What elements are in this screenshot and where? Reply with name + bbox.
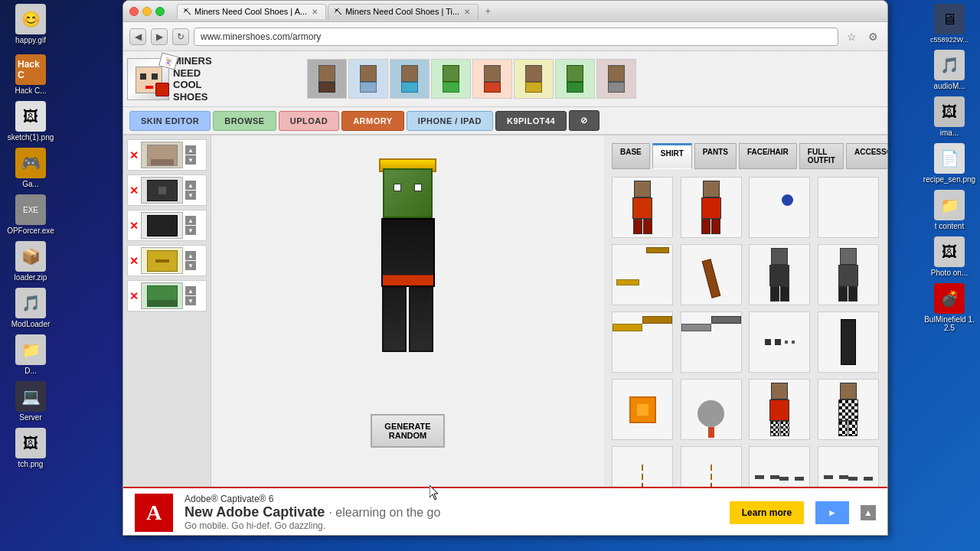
desktop-icon-folder[interactable]: 📁 D... — [4, 334, 57, 375]
gallery-item-9[interactable] — [612, 311, 673, 373]
gallery-item-12[interactable] — [818, 311, 879, 373]
user-button[interactable]: K9PILOT44 — [495, 111, 567, 131]
tab-shirt[interactable]: SHIRT — [652, 143, 692, 169]
skin-arrow-down-5[interactable]: ▼ — [185, 296, 196, 305]
skin-item-5[interactable]: ✕ ▲ ▼ — [127, 280, 207, 311]
skin-delete-5[interactable]: ✕ — [129, 290, 139, 302]
desktop-icon-photo[interactable]: 🖼 Photo on... — [923, 236, 976, 277]
gallery-item-4[interactable] — [818, 177, 879, 238]
skin-item-3[interactable]: ✕ ▲ ▼ — [127, 210, 207, 241]
iphone-button[interactable]: IPHONE / IPAD — [407, 111, 493, 131]
settings-icon[interactable]: ⚙ — [864, 28, 881, 45]
minimize-button[interactable] — [142, 7, 152, 16]
gallery-item-16[interactable] — [818, 379, 879, 440]
skin-delete-4[interactable]: ✕ — [129, 255, 139, 267]
gallery-item-13[interactable] — [612, 379, 673, 440]
logo-line4: SHOES — [173, 91, 208, 103]
desktop-icon-server[interactable]: 💻 Server — [4, 381, 57, 422]
tab-1[interactable]: ⛏ Miners Need Cool Shoes | A... ✕ — [177, 4, 326, 19]
browse-button[interactable]: BROWSE — [213, 111, 276, 131]
desktop-icon-happy[interactable]: 😊 happy.gif — [4, 4, 57, 44]
char-preview-5[interactable] — [472, 59, 512, 99]
skin-editor-button[interactable]: SKIN EDITOR — [129, 111, 211, 131]
tab-accessory[interactable]: ACCESSORY — [846, 143, 887, 169]
skin-delete-2[interactable]: ✕ — [129, 184, 139, 197]
close-button[interactable] — [129, 7, 139, 16]
skin-arrow-up-2[interactable]: ▲ — [185, 181, 196, 190]
cube-mouth — [145, 86, 153, 89]
generate-random-button[interactable]: GENERATERANDOM — [371, 414, 444, 448]
nav-bar: ◀ ▶ ↻ ☆ ⚙ — [123, 22, 887, 51]
gallery-grid — [612, 177, 880, 507]
back-button[interactable]: ◀ — [129, 28, 146, 45]
skin-arrow-down-4[interactable]: ▼ — [185, 261, 196, 270]
desktop-icon-minefield[interactable]: 💣 BulMinefield 1.2.5 — [923, 283, 976, 332]
skin-arrow-down-1[interactable]: ▼ — [185, 155, 196, 165]
gallery-item-1[interactable] — [612, 177, 673, 238]
char-preview-6[interactable] — [514, 59, 554, 99]
char-preview-8[interactable] — [596, 59, 636, 99]
skin-arrow-down-2[interactable]: ▼ — [185, 191, 196, 200]
new-tab-button[interactable]: + — [480, 4, 495, 19]
desktop-icon-content[interactable]: 📁 t content — [923, 190, 976, 230]
gallery-item-8[interactable] — [818, 244, 879, 305]
tab-2[interactable]: ⛏ Miners Need Cool Shoes | Ti... ✕ — [328, 4, 479, 19]
png-icon: 🖼 — [15, 428, 46, 458]
gallery-item-6[interactable] — [681, 244, 742, 305]
skin-delete-3[interactable]: ✕ — [129, 220, 139, 232]
bookmark-icon[interactable]: ☆ — [843, 28, 860, 45]
desktop-icon-recipe[interactable]: 📄 recipe_sen.png — [923, 143, 976, 184]
skin-arrow-up-1[interactable]: ▲ — [185, 145, 196, 155]
desktop-icon-img2[interactable]: 🖼 ima... — [923, 96, 976, 137]
desktop-icon-audio[interactable]: 🎵 audioM... — [923, 50, 976, 90]
tab-close-1[interactable]: ✕ — [310, 8, 319, 16]
gallery-item-5[interactable] — [612, 244, 673, 305]
skin-arrow-up-5[interactable]: ▲ — [185, 286, 196, 295]
skin-arrow-down-3[interactable]: ▼ — [185, 226, 196, 235]
desktop-icon-png[interactable]: 🖼 tch.png — [4, 428, 57, 468]
desktop-icon-zip[interactable]: 📦 loader.zip — [4, 241, 57, 282]
char-preview-1[interactable] — [307, 59, 347, 99]
char-preview-7[interactable] — [555, 59, 595, 99]
tab-base[interactable]: BASE — [612, 143, 650, 169]
gallery-item-15[interactable] — [749, 379, 810, 440]
gallery-item-10[interactable] — [681, 311, 742, 373]
forward-button[interactable]: ▶ — [151, 28, 168, 45]
armory-button[interactable]: ARMORY — [341, 111, 403, 131]
desktop-icon-game[interactable]: 🎮 Ga... — [4, 148, 57, 188]
ad-close-button[interactable]: ▲ — [861, 505, 876, 520]
desktop-icon-screenshot[interactable]: 🖥 c558922W... — [923, 4, 976, 44]
audio-icon: 🎵 — [934, 50, 965, 80]
skin-item-2[interactable]: ✕ ▲ ▼ — [127, 174, 207, 206]
desktop-icon-modloader[interactable]: 🎵 ModLoader — [4, 288, 57, 328]
desktop-icon-sketch[interactable]: 🖼 sketch(1).png — [4, 101, 57, 142]
skin-arrow-up-3[interactable]: ▲ — [185, 216, 196, 225]
char-preview-3[interactable] — [390, 59, 430, 99]
skin-arrow-up-4[interactable]: ▲ — [185, 251, 196, 260]
tab-pants[interactable]: PANTS — [694, 143, 737, 169]
char-preview-4[interactable] — [431, 59, 471, 99]
desktop-icons-right: 🖥 c558922W... 🎵 audioM... 🖼 ima... 📄 rec… — [903, 0, 980, 536]
gallery-item-2[interactable] — [681, 177, 742, 238]
gallery-item-7[interactable] — [749, 244, 810, 305]
address-bar[interactable] — [194, 28, 838, 46]
gallery-item-3[interactable] — [749, 177, 810, 238]
refresh-button[interactable]: ↻ — [172, 28, 189, 45]
gallery-item-14[interactable] — [681, 379, 742, 440]
ad-other-button[interactable]: ► — [815, 501, 849, 524]
skin-item-4[interactable]: ✕ ▲ ▼ — [127, 245, 207, 276]
skin-delete-1[interactable]: ✕ — [129, 149, 139, 161]
upload-button[interactable]: UPLOAD — [279, 111, 339, 131]
maximize-button[interactable] — [155, 7, 165, 16]
server-icon: 💻 — [15, 381, 46, 412]
tab-full-outfit[interactable]: FULL OUTFIT — [799, 143, 844, 169]
tab-close-2[interactable]: ✕ — [462, 8, 472, 16]
tab-face-hair[interactable]: FACE/HAIR — [739, 143, 797, 169]
skin-item-1[interactable]: ✕ ▲ ▼ — [127, 139, 207, 171]
block-button[interactable]: ⊘ — [569, 110, 599, 131]
desktop-icon-hack[interactable]: Hack C Hack C... — [4, 54, 57, 95]
desktop-icon-exe[interactable]: EXE OPForcer.exe — [4, 194, 57, 235]
char-preview-2[interactable] — [348, 59, 388, 99]
gallery-item-11[interactable] — [749, 311, 810, 373]
ad-learn-more-button[interactable]: Learn more — [730, 501, 804, 524]
